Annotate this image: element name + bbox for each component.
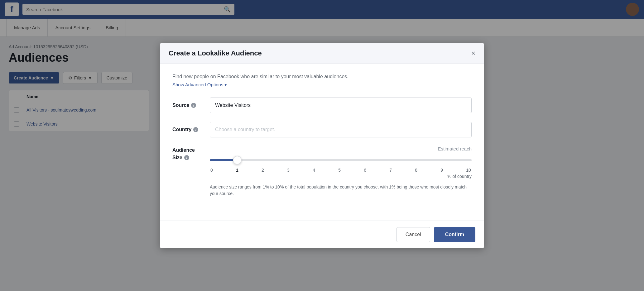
confirm-button[interactable]: Confirm	[434, 227, 475, 242]
cancel-button[interactable]: Cancel	[396, 227, 430, 242]
country-form-row: Country i	[172, 122, 472, 137]
modal-description: Find new people on Facebook who are simi…	[172, 74, 472, 79]
source-label: Source i	[172, 103, 204, 108]
modal-overlay: Create a Lookalike Audience × Find new p…	[0, 0, 644, 291]
tick-5: 5	[338, 168, 341, 173]
slider-container: Estimated reach 0 1 2 3 4 5	[210, 146, 472, 197]
country-label: Country i	[172, 127, 204, 132]
estimated-reach-label: Estimated reach	[438, 146, 472, 151]
modal-body: Find new people on Facebook who are simi…	[160, 64, 484, 213]
country-info-icon[interactable]: i	[193, 127, 198, 132]
modal-footer: Cancel Confirm	[160, 221, 484, 248]
modal-header: Create a Lookalike Audience ×	[160, 43, 484, 64]
tick-7: 7	[389, 168, 392, 173]
create-lookalike-modal: Create a Lookalike Audience × Find new p…	[160, 43, 484, 248]
percent-label: % of country	[210, 174, 472, 179]
tick-1: 1	[236, 168, 238, 173]
audience-size-info-icon[interactable]: i	[184, 155, 189, 160]
audience-size-section: AudienceSizei Estimated reach 0 1 2	[172, 146, 472, 197]
show-advanced-options-link[interactable]: Show Advanced Options ▾	[172, 82, 472, 88]
estimated-reach-row: Estimated reach	[210, 146, 472, 151]
tick-0: 0	[210, 168, 213, 173]
chevron-down-icon: ▾	[224, 82, 227, 88]
tick-6: 6	[364, 168, 366, 173]
tick-9: 9	[440, 168, 443, 173]
audience-size-label: AudienceSizei	[172, 146, 204, 160]
modal-title: Create a Lookalike Audience	[169, 49, 262, 57]
modal-close-button[interactable]: ×	[471, 50, 475, 57]
tick-3: 3	[287, 168, 290, 173]
tick-2: 2	[262, 168, 264, 173]
tick-8: 8	[415, 168, 417, 173]
slider-description: Audience size ranges from 1% to 10% of t…	[210, 184, 472, 197]
tick-4: 4	[313, 168, 315, 173]
source-form-row: Source i	[172, 98, 472, 113]
country-input[interactable]	[210, 122, 472, 137]
slider-ticks: 0 1 2 3 4 5 6 7 8 9 10	[210, 168, 472, 173]
source-input[interactable]	[210, 98, 472, 113]
slider-track	[210, 154, 472, 166]
tick-10: 10	[466, 168, 471, 173]
source-info-icon[interactable]: i	[191, 103, 196, 108]
